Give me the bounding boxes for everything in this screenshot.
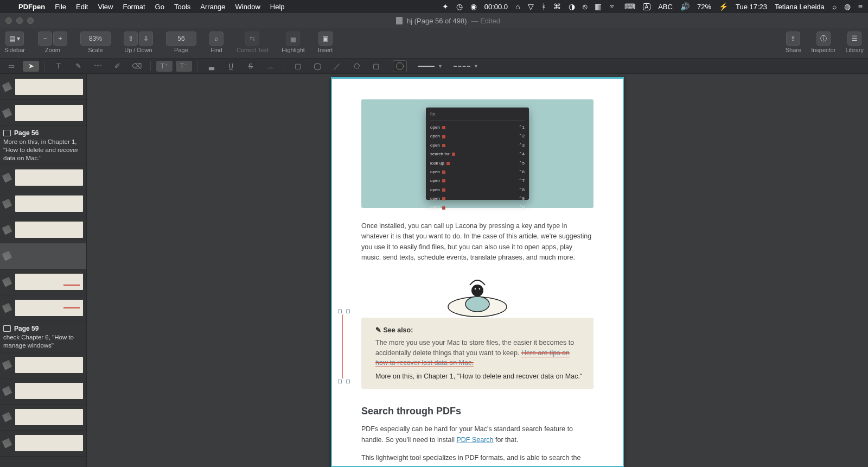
menu-tools[interactable]: Tools	[174, 3, 190, 11]
struck-text: how to recover lost data on Mac.	[375, 359, 474, 367]
zoom-in-button[interactable]: +	[53, 31, 67, 46]
screenshot-icon[interactable]: ⌘	[553, 2, 561, 11]
notification-center-icon[interactable]: ≡	[858, 2, 863, 11]
app-menu[interactable]: PDFpen	[18, 3, 45, 11]
menu-edit[interactable]: Edit	[76, 3, 88, 11]
tool-ellipse[interactable]: ◯	[309, 61, 326, 72]
page-canvas[interactable]: fin open⌃1open⌃2open⌃3search for⌃4look u…	[87, 74, 868, 467]
battery-icon[interactable]: ⚡	[719, 2, 728, 11]
find-button[interactable]: ⌕	[209, 31, 224, 46]
toolbar-label-scale: Scale	[88, 47, 103, 53]
scale-field[interactable]: 83%	[80, 31, 111, 46]
thumbnail[interactable]	[0, 295, 86, 321]
thumbnail[interactable]	[0, 352, 86, 378]
library-button[interactable]: ☰	[847, 31, 861, 46]
menu-go[interactable]: Go	[155, 3, 164, 11]
thumbnail[interactable]	[0, 191, 86, 217]
correct-text-button[interactable]: ⇆	[245, 31, 259, 46]
window-close-button[interactable]	[5, 17, 12, 24]
menu-file[interactable]: File	[55, 3, 66, 11]
tray-app-icon[interactable]: ▽	[528, 2, 534, 11]
share-button[interactable]: ⇪	[786, 31, 800, 46]
outline-item[interactable]: Page 56 More on this, in Chapter 1, "How…	[0, 126, 86, 165]
decorative-illustration	[361, 274, 593, 321]
tool-text[interactable]: T	[50, 61, 67, 72]
inserted-annotation-text[interactable]: More on this, in Chapter 1, "How to dele…	[375, 371, 584, 382]
thumbnail-selected[interactable]	[0, 243, 86, 269]
bluetooth-icon[interactable]: ᚼ	[541, 2, 546, 11]
window-zoom-button[interactable]	[27, 17, 34, 24]
menu-window[interactable]: Window	[235, 3, 260, 11]
thumbnail[interactable]	[0, 165, 86, 191]
thumbnail[interactable]	[0, 100, 86, 126]
document-edited-indicator: — Edited	[471, 17, 500, 25]
line-style-solid[interactable]: ▼	[418, 61, 443, 72]
sidebar-toggle-button[interactable]: ▤ ▾	[5, 31, 24, 46]
keyboard-icon[interactable]: ⌨	[624, 2, 635, 11]
thumbnail[interactable]	[0, 74, 86, 100]
thumbnail[interactable]	[0, 378, 86, 405]
outline-title: Page 59	[14, 325, 39, 332]
highlight-button[interactable]: ▅	[286, 31, 300, 46]
input-source-badge[interactable]: A	[643, 3, 651, 10]
airdrop-icon[interactable]: ⎋	[583, 2, 587, 11]
color-swatch-icon	[396, 62, 404, 70]
tool-underline[interactable]: U̲	[223, 61, 239, 72]
tool-select-rect[interactable]: ▭	[3, 61, 20, 72]
tool-erase[interactable]: ⌫	[129, 61, 145, 72]
volume-icon[interactable]: 🔊	[680, 2, 690, 11]
thumbnail[interactable]	[0, 217, 86, 243]
record-icon[interactable]: ◉	[470, 2, 477, 11]
tool-rect[interactable]: ▢	[290, 61, 306, 72]
page-down-button[interactable]: ⇩	[139, 31, 153, 46]
menu-help[interactable]: Help	[270, 3, 285, 11]
menu-format[interactable]: Format	[123, 3, 145, 11]
menubar-clock[interactable]: Tue 17:23	[736, 3, 767, 11]
wifi-icon[interactable]: ᯤ	[609, 2, 617, 11]
see-also-note: ✎ See also: The more you use your Mac to…	[361, 318, 593, 389]
display-icon[interactable]: ▥	[595, 2, 602, 11]
toolbar-label-zoom: Zoom	[45, 47, 60, 53]
outline-item[interactable]: Page 59 check Chapter 6, "How to manage …	[0, 321, 86, 352]
pdf-page[interactable]: fin open⌃1open⌃2open⌃3search for⌃4look u…	[331, 77, 624, 467]
quickaction-icon[interactable]: ✦	[442, 2, 449, 11]
dropbox-icon[interactable]: ⌂	[515, 2, 520, 11]
page-up-button[interactable]: ⇧	[124, 31, 138, 46]
tool-poly[interactable]: ⬠	[348, 61, 365, 72]
tool-line[interactable]: ／	[329, 61, 345, 72]
siri-icon[interactable]: ◍	[844, 2, 851, 11]
toolbar-label-highlight: Highlight	[282, 47, 305, 53]
window-minimize-button[interactable]	[16, 17, 23, 24]
tool-text-correct[interactable]: T⁺	[156, 61, 173, 72]
tool-arrow[interactable]: ➤	[23, 61, 39, 72]
sidebar-thumbnails[interactable]: Page 56 More on this, in Chapter 1, "How…	[0, 74, 87, 467]
page-number-field[interactable]: 56	[166, 31, 196, 46]
tool-text-remove[interactable]: T⁻	[176, 61, 192, 72]
spotlight-icon[interactable]: ⌕	[832, 2, 837, 11]
tool-freehand[interactable]: ✐	[109, 61, 125, 72]
tool-scribble[interactable]: 〰	[90, 61, 106, 72]
tool-rounded[interactable]: ▢	[368, 61, 384, 72]
line-style-dashed[interactable]: ▼	[454, 61, 478, 72]
stroke-color-well[interactable]	[393, 60, 407, 72]
highlighter-icon	[2, 360, 12, 370]
lacona-result-row: open⌃1	[430, 123, 525, 132]
insert-button[interactable]: ▣	[318, 31, 333, 46]
thumbnail[interactable]	[0, 405, 86, 431]
text-annotation-icon	[3, 130, 11, 136]
tool-squiggle[interactable]: ﹏	[262, 61, 278, 72]
clock-menu-icon[interactable]: ◷	[456, 2, 463, 11]
annotation-selection-handles[interactable]	[340, 311, 348, 382]
menu-arrange[interactable]: Arrange	[200, 3, 225, 11]
inspector-button[interactable]: ⓘ	[816, 31, 831, 46]
menubar-username[interactable]: Tetiana Leheida	[775, 3, 825, 11]
zoom-out-button[interactable]: −	[38, 31, 52, 46]
tool-highlight[interactable]: ▃	[203, 61, 220, 72]
circle-app-icon[interactable]: ◑	[569, 2, 575, 11]
tool-strike[interactable]: S̶	[242, 61, 259, 72]
thumbnail[interactable]	[0, 269, 86, 295]
thumbnail[interactable]	[0, 431, 86, 457]
inline-link[interactable]: PDF Search	[456, 436, 493, 444]
tool-note[interactable]: ✎	[70, 61, 86, 72]
menu-view[interactable]: View	[98, 3, 113, 11]
